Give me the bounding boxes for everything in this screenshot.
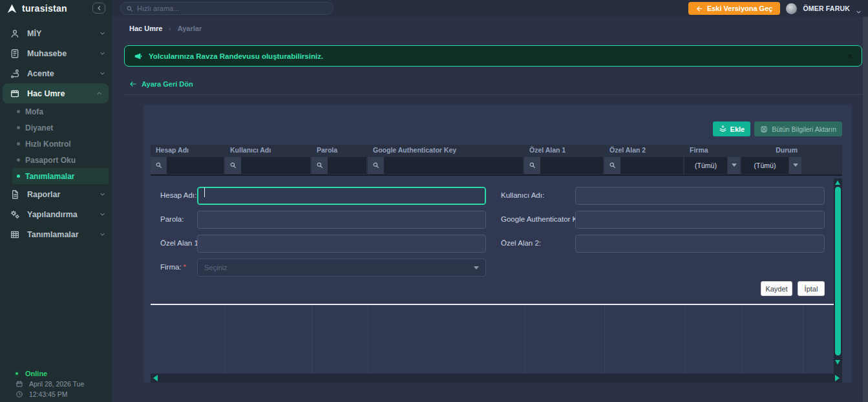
section-divider <box>124 94 862 95</box>
horizontal-scrollbar[interactable] <box>151 374 842 383</box>
breadcrumb-separator-icon: › <box>169 25 171 32</box>
old-version-label: Eski Versiyona Geç <box>707 5 773 12</box>
chevron-down-icon[interactable] <box>856 6 862 12</box>
stack-plus-icon <box>719 125 727 133</box>
chevron-down-icon <box>100 191 105 197</box>
sidebar-subitem-label: Mofa <box>25 107 43 116</box>
sidebar-subitem-label: Hızlı Kontrol <box>25 140 71 149</box>
filter-input-kullanici-adi[interactable] <box>241 157 310 174</box>
durum-filter-select[interactable]: (Tümü) <box>741 157 789 174</box>
scroll-down-button[interactable] <box>835 360 840 365</box>
column-header-durum[interactable]: Durum <box>741 145 803 156</box>
vertical-scrollbar[interactable] <box>834 178 842 374</box>
sidebar-item-muhasebe[interactable]: Muhasebe <box>0 43 112 63</box>
save-button[interactable]: Kaydet <box>761 281 792 296</box>
filter-cell-firma: (Tümü) <box>684 157 741 174</box>
add-button-label: Ekle <box>730 125 745 133</box>
sidebar-subitem-mofa[interactable]: Mofa <box>0 103 112 120</box>
sidebar-item-label: Yapılandırma <box>27 210 78 219</box>
filter-cell-parola <box>312 157 368 174</box>
parola-label: Parola: <box>160 215 184 223</box>
online-dot-icon <box>14 371 19 376</box>
sidebar-item-raporlar[interactable]: Raporlar <box>0 184 112 204</box>
bullet-icon <box>17 126 20 129</box>
breadcrumb-item-hac-umre[interactable]: Hac Umre <box>129 25 162 32</box>
sidebar-item-label: Acente <box>27 69 54 78</box>
kullanici-adi-input[interactable] <box>575 187 825 205</box>
ozel-alan-2-input[interactable] <box>575 235 825 253</box>
ledger-icon <box>10 48 20 59</box>
filter-input-hesap-adi[interactable] <box>167 157 224 174</box>
breadcrumb-item-ayarlar[interactable]: Ayarlar <box>178 25 202 32</box>
date-label: April 28, 2026 Tue <box>29 380 84 388</box>
column-header-firma[interactable]: Firma <box>684 145 741 156</box>
filter-cell-empty <box>803 157 842 174</box>
column-header-kullanici-adi[interactable]: Kullanıcı Adı <box>225 145 312 156</box>
column-header-google-authenticator-key[interactable]: Google Authenticator Key <box>368 145 524 156</box>
column-divider <box>312 305 312 374</box>
announcement-banner: Yolcularınıza Ravza Randevusu oluşturabi… <box>124 45 862 67</box>
old-version-button[interactable]: Eski Versiyona Geç <box>688 2 781 15</box>
firma-filter-select[interactable]: (Tümü) <box>684 157 727 174</box>
firma-select[interactable]: Seçiniz <box>197 259 486 277</box>
column-header-ozel-alan-2[interactable]: Özel Alan 2 <box>604 145 684 156</box>
column-divider <box>803 305 803 374</box>
search-icon <box>225 157 241 174</box>
topbar: Eski Versiyona Geç ÖMER FARUK <box>112 0 868 17</box>
ozel-alan-1-input[interactable] <box>197 235 486 253</box>
user-avatar[interactable] <box>786 3 797 14</box>
sidebar-item-miy[interactable]: MİY <box>0 23 112 43</box>
column-header-parola[interactable]: Parola <box>312 145 368 156</box>
app-logo-icon <box>6 3 17 14</box>
sidebar-item-acente[interactable]: Acente <box>0 63 112 83</box>
sidebar-subitem-tanimlamalar[interactable]: Tanımlamalar <box>12 168 109 184</box>
sidebar-subitem-hizli-kontrol[interactable]: Hızlı Kontrol <box>0 136 112 152</box>
scroll-left-button[interactable] <box>153 375 158 381</box>
filter-input-ozel-alan-1[interactable] <box>540 157 603 174</box>
sidebar-item-hac-umre[interactable]: Hac Umre <box>3 83 109 103</box>
filter-cell-gauth <box>368 157 524 174</box>
search-icon <box>312 157 328 174</box>
cancel-button[interactable]: İptal <box>798 281 825 296</box>
chevron-down-icon[interactable] <box>728 157 740 174</box>
text-caret <box>204 187 205 197</box>
sidebar-item-yapilandirma[interactable]: Yapılandırma <box>0 204 112 224</box>
parola-input[interactable] <box>197 211 486 229</box>
sidebar-subitem-pasaport-oku[interactable]: Pasaport Oku <box>0 152 112 168</box>
sidebar-subitem-diyanet[interactable]: Diyanet <box>0 120 112 136</box>
bullet-icon <box>17 142 20 145</box>
filter-input-gauth[interactable] <box>384 157 523 174</box>
vertical-scroll-thumb[interactable] <box>835 187 841 355</box>
breadcrumb: Hac Umre › Ayarlar <box>112 17 863 40</box>
sidebar-item-tanimlamalar[interactable]: Tanımlamalar <box>0 224 112 244</box>
add-button[interactable]: Ekle <box>713 122 751 136</box>
required-marker: * <box>184 263 186 271</box>
chevron-down-icon[interactable] <box>789 157 801 174</box>
hesap-adi-input[interactable] <box>197 187 486 205</box>
search-icon <box>604 157 620 174</box>
column-header-hesap-adi[interactable]: Hesap Adı <box>151 145 225 156</box>
filter-input-parola[interactable] <box>328 157 366 174</box>
grid-filter-row: (Tümü) (Tümü) <box>151 156 842 176</box>
scroll-right-button[interactable] <box>835 375 840 381</box>
sidebar-subitem-label: Tanımlamalar <box>25 172 74 181</box>
column-header-ozel-alan-1[interactable]: Özel Alan 1 <box>524 145 604 156</box>
bullet-icon <box>17 158 20 162</box>
user-name[interactable]: ÖMER FARUK <box>803 5 850 12</box>
filter-input-ozel-alan-2[interactable] <box>620 157 683 174</box>
page-scrollbar-track[interactable] <box>863 17 868 402</box>
topbar-right: Eski Versiyona Geç ÖMER FARUK <box>688 2 862 15</box>
firma-label: Firma:* <box>160 263 186 271</box>
sidebar-item-label: Muhasebe <box>27 49 67 58</box>
grid-toolbar: Ekle Bütün Bilgileri Aktarın <box>713 122 842 136</box>
back-to-settings-link[interactable]: Ayara Geri Dön <box>129 80 193 88</box>
save-disk-icon <box>760 125 768 133</box>
sidebar-collapse-button[interactable] <box>92 3 105 14</box>
search-input[interactable] <box>137 5 328 12</box>
gauth-input[interactable] <box>575 211 825 229</box>
time-label: 12:43:45 PM <box>29 390 68 398</box>
banner-close-button[interactable]: × <box>847 51 852 61</box>
bullet-icon <box>17 175 20 178</box>
scroll-up-button[interactable] <box>835 180 840 185</box>
export-all-button[interactable]: Bütün Bilgileri Aktarın <box>754 122 842 136</box>
